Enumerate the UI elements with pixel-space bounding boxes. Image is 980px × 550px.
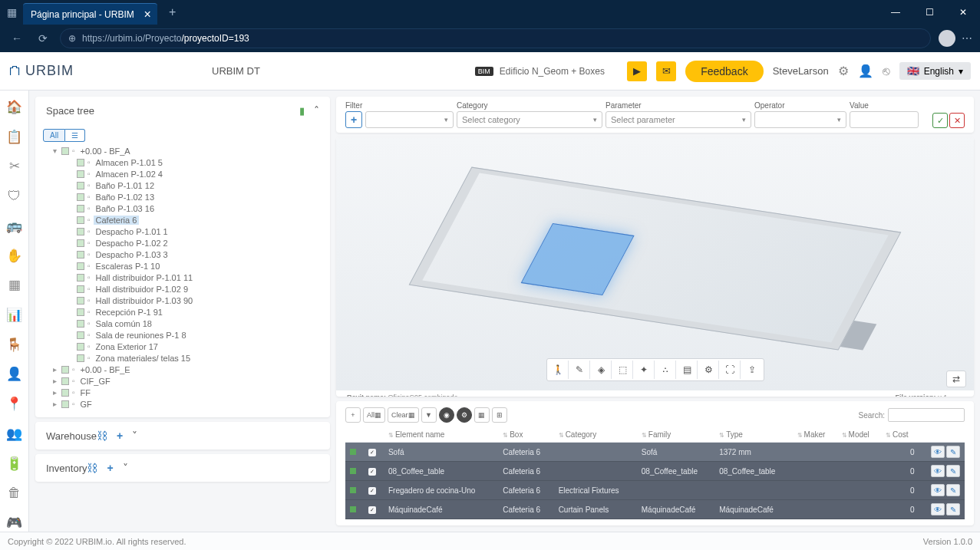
nav-furniture-icon[interactable]: 🪑 [5, 336, 24, 354]
tree-node[interactable]: ▸ ▫ +0.00 - BF_E [43, 364, 322, 375]
column-header[interactable]: ⇅Cost [881, 427, 919, 443]
tree-node[interactable]: ▫ Zona Exterior 17 [43, 341, 322, 352]
chevron-down-icon[interactable]: ˅ [132, 430, 137, 442]
layers-icon[interactable]: ◈ [592, 361, 612, 379]
nav-checklist-icon[interactable]: 📋 [5, 128, 24, 146]
parameter-select[interactable]: Select parameter▾ [605, 111, 751, 128]
tree-node[interactable]: ▸ ▫ CIF_GF [43, 375, 322, 387]
nav-home-icon[interactable]: 🏠 [5, 98, 24, 116]
table-gear-button[interactable]: ⚙ [457, 407, 472, 423]
mail-icon[interactable]: ✉ [656, 61, 676, 81]
screenshot-icon[interactable]: ⛶ [721, 361, 741, 379]
new-tab-button[interactable]: + [162, 2, 183, 23]
tab-list-icon[interactable]: ▦ [0, 6, 23, 18]
upload-icon[interactable]: ⇪ [742, 361, 762, 379]
row-edit-icon[interactable]: ✎ [946, 446, 960, 458]
window-maximize-icon[interactable]: ☐ [912, 0, 946, 25]
excel-export-icon[interactable]: ▮ [299, 105, 305, 117]
row-checkbox[interactable]: ✓ [368, 506, 376, 514]
column-header[interactable]: ⇅Type [714, 427, 792, 443]
table-row[interactable]: ✓ Fregadero de cocina-Uno Cafeteria 6 El… [345, 481, 965, 500]
tree-node[interactable]: ▫ Almacen P-1.02 4 [43, 168, 322, 179]
browser-menu-icon[interactable]: ⋯ [962, 32, 972, 44]
tree-node[interactable]: ▫ Despacho P-1.01 1 [43, 226, 322, 237]
column-header[interactable] [345, 427, 364, 443]
column-header[interactable]: ⇅Box [498, 427, 553, 443]
space-tree[interactable]: ▾ ▫ +0.00 - BF_A ▫ Almacen P-1.01 5 ▫ Al… [43, 145, 322, 410]
nav-refresh-icon[interactable]: ⟳ [34, 32, 52, 44]
chevron-down-icon[interactable]: ˅ [123, 462, 128, 474]
operator-select[interactable]: ▾ [754, 111, 846, 128]
settings-icon[interactable]: ⚙ [699, 361, 719, 379]
category-select[interactable]: Select category▾ [457, 111, 602, 128]
url-input[interactable]: ⊕ https://urbim.io/Proyecto /proyectoID=… [60, 28, 931, 48]
model-viewport[interactable]: 🚶 ✎ ◈ ⬚ ✦ ⛬ ▤ ⚙ ⛶ ⇪ ⇄ [336, 137, 974, 390]
tree-node[interactable]: ▫ Almacen P-1.01 5 [43, 156, 322, 168]
space-tree-header[interactable]: Space tree ▮ ˄ [35, 97, 330, 124]
column-header[interactable]: ⇅Maker [793, 427, 837, 443]
row-view-icon[interactable]: 👁 [931, 484, 945, 496]
table-grid-button[interactable]: ⊞ [492, 407, 507, 423]
tree-node[interactable]: ▫ Despacho P-1.03 3 [43, 249, 322, 260]
app-logo[interactable]: ⛫ URBIM [9, 63, 74, 79]
inventory-header[interactable]: Inventory ⛓ + ˅ [35, 454, 330, 482]
nav-calendar-icon[interactable]: ▦ [5, 276, 24, 294]
browser-tab[interactable]: Página principal - URBIM × [23, 3, 157, 25]
table-row[interactable]: ✓ Sofá Cafeteria 6 Sofá 1372 mm 0 👁 ✎ [345, 443, 965, 462]
row-edit-icon[interactable]: ✎ [946, 503, 960, 515]
nav-analytics-icon[interactable]: 📊 [5, 306, 24, 324]
window-minimize-icon[interactable]: — [879, 0, 912, 25]
nav-back-icon[interactable]: ← [8, 32, 26, 44]
nav-tools-icon[interactable]: ✂ [5, 157, 24, 175]
nav-location-icon[interactable]: 📍 [5, 395, 24, 413]
row-view-icon[interactable]: 👁 [931, 465, 945, 477]
edit-tool-icon[interactable]: ✎ [570, 361, 590, 379]
window-close-icon[interactable]: ✕ [946, 0, 980, 25]
row-checkbox[interactable]: ✓ [368, 449, 376, 456]
nav-hand-icon[interactable]: ✋ [5, 247, 24, 265]
viewer-swap-button[interactable]: ⇄ [946, 371, 966, 387]
nav-battery-icon[interactable]: 🔋 [5, 455, 24, 473]
table-columns-button[interactable]: ▦ [474, 407, 490, 423]
filter-apply-button[interactable]: ✓ [932, 113, 948, 128]
chevron-up-icon[interactable]: ˄ [314, 104, 319, 117]
row-view-icon[interactable]: 👁 [931, 503, 945, 515]
tree-tab-filter-icon[interactable]: ☰ [65, 129, 85, 142]
tree-icon[interactable]: ⛬ [656, 361, 676, 379]
tree-node[interactable]: ▫ Sala de reuniones P-1 8 [43, 329, 322, 341]
nav-game-icon[interactable]: 🎮 [5, 514, 24, 532]
tree-node[interactable]: ▫ Cafeteria 6 [43, 214, 322, 226]
explode-icon[interactable]: ✦ [635, 361, 655, 379]
tree-tab-all[interactable]: All [43, 129, 65, 142]
link-icon[interactable]: ⛓ [87, 462, 97, 474]
column-header[interactable]: ⇅Family [637, 427, 714, 443]
filter-add-button[interactable]: + [345, 111, 362, 128]
tree-node[interactable]: ▫ Hall distribuidor P-1.02 9 [43, 283, 322, 295]
tree-node[interactable]: ▫ Baño P-1.02 13 [43, 191, 322, 203]
warehouse-header[interactable]: Warehouse ⛓ + ˅ [35, 422, 330, 450]
language-selector[interactable]: 🇬🇧 English ▾ [899, 62, 971, 80]
tree-node[interactable]: ▸ ▫ FF [43, 387, 322, 398]
column-header[interactable] [364, 427, 384, 443]
row-checkbox[interactable]: ✓ [368, 487, 376, 495]
add-icon[interactable]: + [107, 462, 113, 474]
user-name[interactable]: SteveLarson [773, 65, 829, 77]
column-header[interactable] [919, 427, 965, 443]
table-add-button[interactable]: + [345, 407, 361, 423]
tab-close-icon[interactable]: × [144, 8, 150, 21]
youtube-icon[interactable]: ▶ [627, 61, 647, 81]
user-icon[interactable]: 👤 [858, 64, 873, 78]
tree-node[interactable]: ▫ Recepción P-1 91 [43, 306, 322, 318]
column-header[interactable]: ⇅Model [837, 427, 881, 443]
tree-node[interactable]: ▫ Zona materiales/ telas 15 [43, 352, 322, 364]
nav-people-icon[interactable]: 👥 [5, 425, 24, 443]
nav-trash-icon[interactable]: 🗑 [5, 485, 24, 502]
tree-node[interactable]: ▫ Despacho P-1.02 2 [43, 237, 322, 249]
tree-node[interactable]: ▸ ▫ GF [43, 398, 322, 410]
table-all-button[interactable]: All ▦ [363, 407, 385, 423]
table-filter-button[interactable]: ▼ [421, 407, 437, 423]
nav-person-icon[interactable]: 👤 [5, 366, 24, 384]
tree-node[interactable]: ▫ Baño P-1.03 16 [43, 203, 322, 214]
settings-gear-icon[interactable]: ⚙ [838, 64, 849, 78]
tree-node[interactable]: ▫ Baño P-1.01 12 [43, 179, 322, 191]
